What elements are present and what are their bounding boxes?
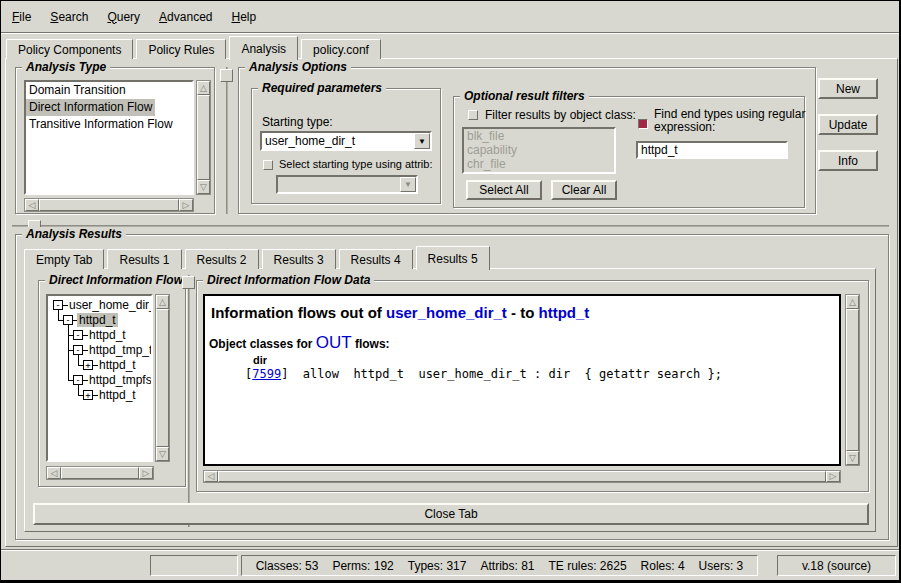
list-item: blk_file bbox=[464, 129, 507, 143]
tree-connector bbox=[68, 325, 69, 381]
scrollbar-thumb[interactable] bbox=[39, 199, 179, 211]
analysis-results-title: Analysis Results bbox=[22, 227, 126, 241]
stat-perms: Perms: 192 bbox=[332, 559, 393, 573]
tree-node-label-selected[interactable]: httpd_t bbox=[77, 313, 118, 327]
scroll-down-icon[interactable]: ▽ bbox=[846, 451, 859, 465]
regex-input[interactable] bbox=[636, 141, 788, 159]
target-type: httpd_t bbox=[539, 304, 590, 321]
scroll-left-icon[interactable]: ◁ bbox=[204, 471, 218, 482]
pane-sash-handle[interactable] bbox=[220, 69, 233, 82]
starting-type-label: Starting type: bbox=[262, 115, 333, 129]
menu-file[interactable]: File bbox=[12, 10, 31, 24]
tab-policy-components[interactable]: Policy Components bbox=[6, 39, 133, 59]
filter-by-class-checkbox[interactable] bbox=[468, 110, 478, 120]
analysis-type-hscrollbar[interactable]: ◁ ▷ bbox=[24, 198, 194, 212]
pane-sash-handle[interactable] bbox=[182, 276, 195, 289]
analysis-type-list[interactable]: Domain Transition Direct Information Flo… bbox=[24, 80, 194, 195]
clear-all-button[interactable]: Clear All bbox=[551, 180, 617, 200]
attrib-combobox: ▼ bbox=[276, 175, 418, 194]
regex-checkbox[interactable] bbox=[638, 119, 648, 129]
tree-node-label[interactable]: httpd_tmpfs_ bbox=[87, 373, 153, 387]
scroll-up-icon[interactable]: △ bbox=[156, 295, 169, 309]
tab-empty[interactable]: Empty Tab bbox=[24, 249, 104, 269]
tab-analysis[interactable]: Analysis bbox=[229, 36, 298, 60]
tree-hscrollbar[interactable]: ◁ ▷ bbox=[46, 466, 154, 480]
flow-data-frame: Direct Information Flow Data Information… bbox=[196, 280, 869, 492]
menu-search[interactable]: Search bbox=[50, 10, 88, 24]
chevron-down-icon[interactable]: ▼ bbox=[414, 133, 430, 149]
scroll-right-icon[interactable]: ▷ bbox=[179, 199, 193, 211]
scroll-left-icon[interactable]: ◁ bbox=[25, 199, 39, 211]
tree-toggle-plus[interactable]: + bbox=[83, 360, 93, 370]
list-item[interactable]: Transitive Information Flow bbox=[26, 116, 176, 133]
menu-help[interactable]: Help bbox=[231, 10, 256, 24]
tree-node-label[interactable]: httpd_t bbox=[87, 328, 128, 342]
scroll-left-icon[interactable]: ◁ bbox=[47, 467, 61, 479]
results-tab-bar: Empty Tab Results 1 Results 2 Results 3 … bbox=[24, 246, 493, 269]
scroll-down-icon[interactable]: ▽ bbox=[156, 447, 169, 461]
data-hscrollbar[interactable]: ◁ ▷ bbox=[203, 470, 841, 483]
update-button[interactable]: Update bbox=[818, 114, 878, 135]
attrib-checkbox-label: Select starting type using attrib: bbox=[279, 158, 432, 170]
tree-toggle-minus[interactable]: - bbox=[63, 315, 73, 325]
info-button[interactable]: Info bbox=[818, 150, 878, 171]
object-classes-line: Object classes for OUT flows: bbox=[209, 333, 390, 353]
chevron-down-icon: ▼ bbox=[400, 177, 416, 192]
list-item-selected[interactable]: Direct Information Flow bbox=[26, 99, 155, 116]
tree-node-label[interactable]: user_home_dir_t bbox=[67, 298, 153, 312]
flow-direction: OUT bbox=[316, 333, 352, 352]
close-tab-button[interactable]: Close Tab bbox=[33, 503, 869, 525]
menu-advanced[interactable]: Advanced bbox=[159, 10, 212, 24]
scroll-up-icon[interactable]: △ bbox=[846, 295, 859, 309]
scroll-right-icon[interactable]: ▷ bbox=[139, 467, 153, 479]
tree-node-label[interactable]: httpd_t bbox=[97, 358, 138, 372]
flow-tree-title: Direct Information Flow T bbox=[45, 273, 183, 287]
select-all-button[interactable]: Select All bbox=[466, 180, 542, 200]
scrollbar-thumb[interactable] bbox=[156, 309, 169, 447]
tree-vscrollbar[interactable]: △ ▽ bbox=[155, 294, 170, 462]
source-type: user_home_dir_t bbox=[386, 304, 507, 321]
analysis-options-title: Analysis Options bbox=[245, 60, 351, 74]
scroll-down-icon[interactable]: ▽ bbox=[197, 180, 210, 194]
tree-toggle-plus[interactable]: + bbox=[83, 390, 93, 400]
tree-toggle-minus[interactable]: - bbox=[73, 375, 83, 385]
tree-toggle-minus[interactable]: - bbox=[73, 345, 83, 355]
tree-toggle-minus[interactable]: - bbox=[73, 330, 83, 340]
filter-by-class-label: Filter results by object class: bbox=[485, 108, 636, 122]
scrollbar-thumb[interactable] bbox=[846, 309, 859, 451]
optional-filters-frame: Optional result filters Filter results b… bbox=[453, 96, 805, 208]
tab-policy-conf[interactable]: policy.conf bbox=[301, 39, 381, 59]
tab-results-4[interactable]: Results 4 bbox=[339, 249, 413, 269]
scrollbar-thumb[interactable] bbox=[197, 95, 210, 180]
tab-results-1[interactable]: Results 1 bbox=[107, 249, 181, 269]
tab-results-3[interactable]: Results 3 bbox=[262, 249, 336, 269]
tab-results-5[interactable]: Results 5 bbox=[416, 246, 490, 270]
tree-node-label[interactable]: httpd_tmp_t bbox=[87, 343, 153, 357]
tab-results-2[interactable]: Results 2 bbox=[185, 249, 259, 269]
new-button[interactable]: New bbox=[818, 78, 878, 99]
data-vscrollbar[interactable]: △ ▽ bbox=[845, 294, 860, 466]
optional-filters-title: Optional result filters bbox=[460, 89, 589, 103]
scroll-up-icon[interactable]: △ bbox=[197, 81, 210, 95]
scrollbar-thumb[interactable] bbox=[61, 467, 139, 479]
menu-query[interactable]: Query bbox=[107, 10, 140, 24]
rule-line: [7599] allow httpd_t user_home_dir_t : d… bbox=[245, 367, 722, 381]
tree-toggle-minus[interactable]: - bbox=[53, 300, 63, 310]
attrib-checkbox[interactable] bbox=[263, 160, 273, 170]
scrollbar-thumb[interactable] bbox=[218, 471, 826, 482]
object-class-list: blk_file capability chr_file bbox=[462, 127, 616, 174]
attrib-value bbox=[278, 177, 400, 192]
flow-tree[interactable]: - user_home_dir_t - httpd_t - httpd_t - … bbox=[46, 294, 153, 462]
analysis-type-vscrollbar[interactable]: △ ▽ bbox=[196, 80, 211, 195]
flow-data-title: Direct Information Flow Data bbox=[203, 273, 374, 287]
scroll-right-icon[interactable]: ▷ bbox=[826, 471, 840, 482]
list-item[interactable]: Domain Transition bbox=[26, 82, 129, 99]
analysis-results-frame: Analysis Results Empty Tab Results 1 Res… bbox=[15, 234, 889, 540]
flow-data-text[interactable]: Information flows out of user_home_dir_t… bbox=[203, 294, 841, 466]
rule-id-link[interactable]: 7599 bbox=[252, 367, 281, 381]
starting-type-combobox[interactable]: user_home_dir_t ▼ bbox=[260, 131, 432, 151]
tree-node-label[interactable]: httpd_t bbox=[97, 388, 138, 402]
stat-classes: Classes: 53 bbox=[256, 559, 319, 573]
stat-attribs: Attribs: 81 bbox=[480, 559, 534, 573]
tab-policy-rules[interactable]: Policy Rules bbox=[136, 39, 226, 59]
